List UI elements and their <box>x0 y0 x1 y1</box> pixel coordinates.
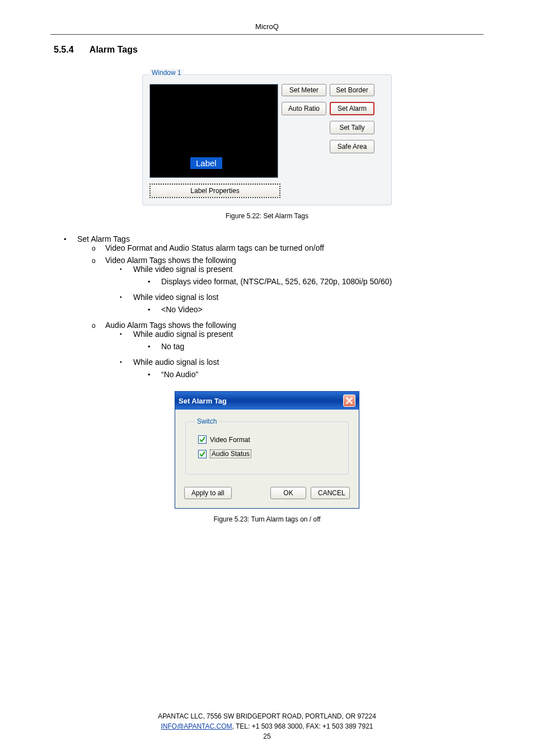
footer-phone-fax: , TEL: +1 503 968 3000, FAX: +1 503 389 … <box>232 722 373 730</box>
page-footer: APANTAC LLC, 7556 SW BRIDGEPORT ROAD, PO… <box>0 711 534 741</box>
section-title: Alarm Tags <box>90 45 138 54</box>
bullet-video-tags: Video Alarm Tags shows the following Whi… <box>92 256 484 317</box>
label-properties-button[interactable]: Label Properties <box>149 184 280 198</box>
header-app-name: MicroQ <box>50 22 484 31</box>
window1-overlay-label[interactable]: Label <box>190 157 222 169</box>
figure-5-22-caption: Figure 5.22: Set Alarm Tags <box>50 212 484 220</box>
audio-status-label: Audio Status <box>210 449 251 458</box>
switch-group: Switch Video Format Audio Status <box>185 417 349 475</box>
window1-legend: Window 1 <box>149 69 184 77</box>
bullet-no-audio: “No Audio” <box>148 367 484 382</box>
bullet-video-present: While video signal is present Displays v… <box>120 265 484 289</box>
switch-legend: Switch <box>195 417 219 425</box>
header-rule <box>50 34 484 35</box>
video-format-checkbox[interactable] <box>198 435 207 444</box>
footer-email-link[interactable]: INFO@APANTAC.COM <box>161 722 232 730</box>
spacer <box>282 121 326 134</box>
close-icon[interactable] <box>343 395 355 407</box>
bullet-set-alarm-tags: Set Alarm Tags Video Format and Audio St… <box>64 234 484 382</box>
set-tally-button[interactable]: Set Tally <box>330 121 374 134</box>
bullet-no-tag: No tag <box>148 339 484 354</box>
set-border-button[interactable]: Set Border <box>330 84 374 96</box>
video-format-label: Video Format <box>210 436 250 444</box>
set-meter-button[interactable]: Set Meter <box>282 84 326 96</box>
apply-to-all-button[interactable]: Apply to all <box>184 487 232 499</box>
bullet-audio-lost: While audio signal is lost “No Audio” <box>120 358 484 382</box>
figure-5-23-caption: Figure 5.23: Turn Alarm tags on / off <box>50 515 484 523</box>
footer-page-number: 25 <box>0 731 534 741</box>
bullet-onoff: Video Format and Audio Status alarm tags… <box>92 243 484 252</box>
dialog-title: Set Alarm Tag <box>179 397 227 405</box>
safe-area-button[interactable]: Safe Area <box>330 140 374 153</box>
bullet-video-lost: While video signal is lost <No Video> <box>120 293 484 317</box>
section-number: 5.5.4 <box>54 45 87 55</box>
set-alarm-button[interactable]: Set Alarm <box>330 102 374 115</box>
set-alarm-tag-dialog: Set Alarm Tag Switch Video Format <box>175 391 359 509</box>
bullet-video-formats: Displays video format, (NTSC/PAL, 525, 6… <box>148 274 484 289</box>
audio-status-checkbox[interactable] <box>198 450 207 458</box>
spacer <box>282 140 326 153</box>
bullet-no-video: <No Video> <box>148 302 484 317</box>
footer-address: APANTAC LLC, 7556 SW BRIDGEPORT ROAD, PO… <box>0 711 534 721</box>
bullet-audio-present: While audio signal is present No tag <box>120 330 484 354</box>
section-heading: 5.5.4 Alarm Tags <box>54 45 484 55</box>
bullet-audio-tags: Audio Alarm Tags shows the following Whi… <box>92 321 484 382</box>
auto-ratio-button[interactable]: Auto Ratio <box>282 102 326 115</box>
dialog-titlebar: Set Alarm Tag <box>175 392 359 410</box>
window1-group: Window 1 Label Set Meter Set Border Auto… <box>142 71 392 205</box>
ok-button[interactable]: OK <box>270 487 306 499</box>
cancel-button[interactable]: CANCEL <box>311 487 350 499</box>
window1-preview: Label <box>149 84 278 178</box>
